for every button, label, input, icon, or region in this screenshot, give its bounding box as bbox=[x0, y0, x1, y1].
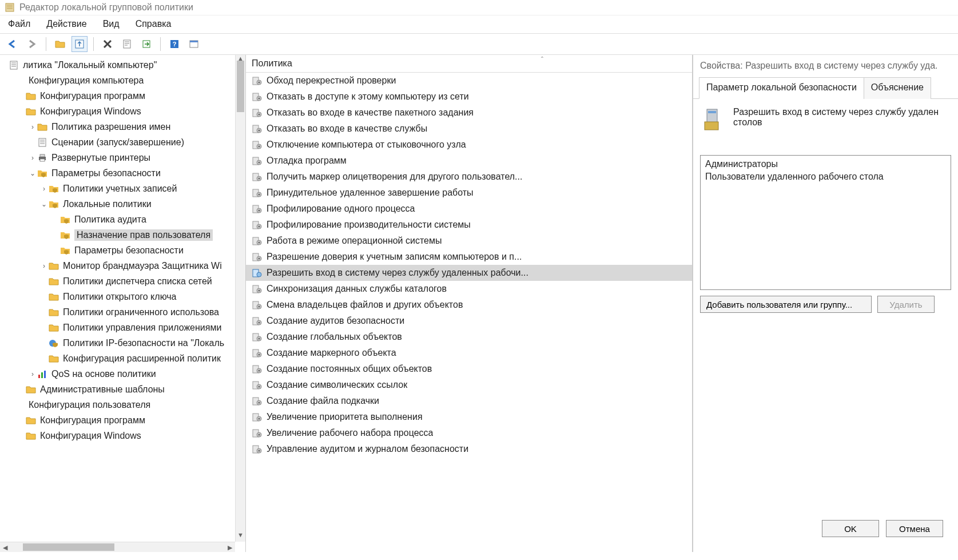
policy-list-item[interactable]: Отказать во входе в качестве пакетного з… bbox=[246, 105, 692, 121]
policy-list-item[interactable]: Создание аудитов безопасности bbox=[246, 313, 692, 329]
forward-button[interactable] bbox=[24, 36, 40, 52]
tree-item-firewall-monitor[interactable]: ›Монитор брандмауэра Защитника Wi bbox=[0, 258, 245, 273]
tree-item-qos[interactable]: ›QoS на основе политики bbox=[0, 366, 245, 382]
export-button[interactable] bbox=[138, 36, 154, 52]
tree-item-scripts[interactable]: Сценарии (запуск/завершение) bbox=[0, 134, 245, 150]
chevron-right-icon[interactable]: › bbox=[29, 123, 37, 131]
scroll-thumb[interactable] bbox=[23, 543, 114, 551]
properties-button[interactable] bbox=[119, 36, 135, 52]
member-item[interactable]: Администраторы bbox=[705, 159, 946, 172]
policy-list-item[interactable]: Отказать во входе в качестве службы bbox=[246, 121, 692, 137]
policy-list-item[interactable]: Получить маркер олицетворения для другог… bbox=[246, 169, 692, 185]
policy-item-label: Отказать во входе в качестве пакетного з… bbox=[267, 108, 474, 118]
delete-button[interactable] bbox=[100, 36, 116, 52]
globe-shield-icon bbox=[48, 338, 59, 348]
tree-item-security-options[interactable]: Параметры безопасности bbox=[0, 243, 245, 258]
scroll-thumb[interactable] bbox=[237, 61, 244, 112]
policy-list-item[interactable]: Синхронизация данных службы каталогов bbox=[246, 281, 692, 297]
toolbar-separator bbox=[46, 37, 46, 51]
policy-item-label: Синхронизация данных службы каталогов bbox=[267, 284, 447, 294]
tree-item-windows-config[interactable]: Конфигурация Windows bbox=[0, 104, 245, 119]
column-resize-handle[interactable]: ˆ bbox=[541, 56, 543, 64]
chevron-down-icon[interactable]: ⌄ bbox=[40, 200, 48, 208]
policy-list-item[interactable]: Смена владельцев файлов и других объекто… bbox=[246, 297, 692, 313]
tree-item-audit-policy[interactable]: Политика аудита bbox=[0, 212, 245, 227]
policy-list-item[interactable]: Создание символических ссылок bbox=[246, 377, 692, 393]
policy-item-label: Принудительное удаленное завершение рабо… bbox=[267, 188, 474, 198]
menu-file[interactable]: Файл bbox=[8, 19, 30, 29]
tree-item-advanced-audit[interactable]: Конфигурация расширенной политик bbox=[0, 351, 245, 366]
policy-item-icon bbox=[252, 172, 262, 182]
policy-item-icon bbox=[252, 252, 262, 262]
help-button[interactable] bbox=[166, 36, 182, 52]
policy-list-item[interactable]: Создание глобальных объектов bbox=[246, 329, 692, 345]
policy-list-item[interactable]: Отладка программ bbox=[246, 153, 692, 169]
policy-list-item[interactable]: Создание постоянных общих объектов bbox=[246, 361, 692, 377]
policy-list-item[interactable]: Принудительное удаленное завершение рабо… bbox=[246, 185, 692, 201]
menu-help[interactable]: Справка bbox=[136, 19, 172, 29]
policy-list[interactable]: Обход перекрестной проверкиОтказать в до… bbox=[246, 73, 692, 457]
chevron-right-icon[interactable]: › bbox=[40, 185, 48, 193]
tree-item-local-policies[interactable]: ⌄Локальные политики bbox=[0, 196, 245, 212]
scroll-right-icon[interactable]: ▶ bbox=[225, 542, 235, 552]
scroll-down-icon[interactable]: ▼ bbox=[236, 531, 245, 542]
tree-item-user-config[interactable]: Конфигурация пользователя bbox=[0, 397, 245, 412]
menu-action[interactable]: Действие bbox=[46, 19, 86, 29]
tree-item-public-key[interactable]: Политики открытого ключа bbox=[0, 289, 245, 304]
policy-list-item[interactable]: Создание маркерного объекта bbox=[246, 345, 692, 361]
members-listbox[interactable]: АдминистраторыПользователи удаленного ра… bbox=[700, 155, 951, 290]
remove-button[interactable]: Удалить bbox=[877, 296, 935, 313]
policy-list-item[interactable]: Увеличение приоритета выполнения bbox=[246, 409, 692, 425]
tree-item-ipsec[interactable]: Политики IP-безопасности на "Локаль bbox=[0, 335, 245, 351]
scroll-left-icon[interactable]: ◀ bbox=[0, 542, 10, 552]
tree-item-account-policies[interactable]: ›Политики учетных записей bbox=[0, 181, 245, 196]
tree-item-app-control[interactable]: Политики управления приложениями bbox=[0, 320, 245, 335]
tree-horizontal-scrollbar[interactable]: ◀ ▶ bbox=[0, 542, 235, 552]
tree-item-admin-templates[interactable]: Административные шаблоны bbox=[0, 382, 245, 397]
tree-view[interactable]: литика "Локальный компьютер"Конфигурация… bbox=[0, 55, 245, 552]
tree-item-user-windows[interactable]: Конфигурация Windows bbox=[0, 428, 245, 443]
policy-list-item[interactable]: Обход перекрестной проверки bbox=[246, 73, 692, 89]
tree-item-user-rights[interactable]: Назначение прав пользователя bbox=[0, 227, 245, 243]
arrow-right-icon bbox=[27, 39, 37, 49]
tree-item-name-resolution[interactable]: ›Политика разрешения имен bbox=[0, 119, 245, 134]
back-button[interactable] bbox=[5, 36, 21, 52]
chevron-down-icon[interactable]: ⌄ bbox=[29, 169, 37, 177]
tree-item-user-soft[interactable]: Конфигурация программ bbox=[0, 412, 245, 428]
chevron-right-icon[interactable]: › bbox=[40, 262, 48, 270]
menu-view[interactable]: Вид bbox=[103, 19, 120, 29]
chevron-right-icon[interactable]: › bbox=[29, 370, 37, 378]
cancel-button[interactable]: Отмена bbox=[886, 520, 943, 537]
member-item[interactable]: Пользователи удаленного рабочего стола bbox=[705, 172, 946, 184]
window-props-button[interactable] bbox=[186, 36, 202, 52]
policy-list-item[interactable]: Управление аудитом и журналом безопаснос… bbox=[246, 441, 692, 457]
policy-list-item[interactable]: Увеличение рабочего набора процесса bbox=[246, 425, 692, 441]
show-tree-button[interactable] bbox=[71, 36, 88, 52]
policy-list-item[interactable]: Профилирование производительности систем… bbox=[246, 217, 692, 233]
policy-list-header[interactable]: Политика ˆ bbox=[246, 55, 692, 73]
tree-item-nla-policies[interactable]: Политики диспетчера списка сетей bbox=[0, 273, 245, 289]
policy-list-item[interactable]: Отключение компьютера от стыковочного уз… bbox=[246, 137, 692, 153]
tree-item-software-restriction[interactable]: Политики ограниченного использова bbox=[0, 304, 245, 320]
policy-item-icon bbox=[252, 412, 262, 422]
policy-list-item[interactable]: Профилирование одного процесса bbox=[246, 201, 692, 217]
policy-list-item[interactable]: Разрешить вход в систему через службу уд… bbox=[246, 265, 692, 281]
tree-item-root[interactable]: литика "Локальный компьютер" bbox=[0, 57, 245, 73]
policy-list-item[interactable]: Работа в режиме операционной системы bbox=[246, 233, 692, 249]
tree-vertical-scrollbar[interactable]: ▲ ▼ bbox=[235, 55, 245, 542]
policy-list-item[interactable]: Отказать в доступе к этому компьютеру из… bbox=[246, 89, 692, 105]
add-user-or-group-button[interactable]: Добавить пользователя или группу... bbox=[700, 296, 872, 313]
tab-explain[interactable]: Объяснение bbox=[864, 77, 931, 99]
tab-local-security[interactable]: Параметр локальной безопасности bbox=[699, 77, 864, 99]
tree-item-security-settings[interactable]: ⌄Параметры безопасности bbox=[0, 165, 245, 181]
tree-item-soft-config[interactable]: Конфигурация программ bbox=[0, 88, 245, 104]
policy-list-item[interactable]: Разрешение доверия к учетным записям ком… bbox=[246, 249, 692, 265]
policy-list-item[interactable]: Создание файла подкачки bbox=[246, 393, 692, 409]
column-header-policy[interactable]: Политика bbox=[252, 58, 292, 68]
folder-shield-icon bbox=[48, 199, 59, 209]
ok-button[interactable]: OK bbox=[822, 520, 879, 537]
chevron-right-icon[interactable]: › bbox=[29, 154, 37, 162]
up-one-level-button[interactable] bbox=[52, 36, 68, 52]
tree-item-deployed-printers[interactable]: ›Развернутые принтеры bbox=[0, 150, 245, 165]
tree-item-computer-config[interactable]: Конфигурация компьютера bbox=[0, 73, 245, 88]
